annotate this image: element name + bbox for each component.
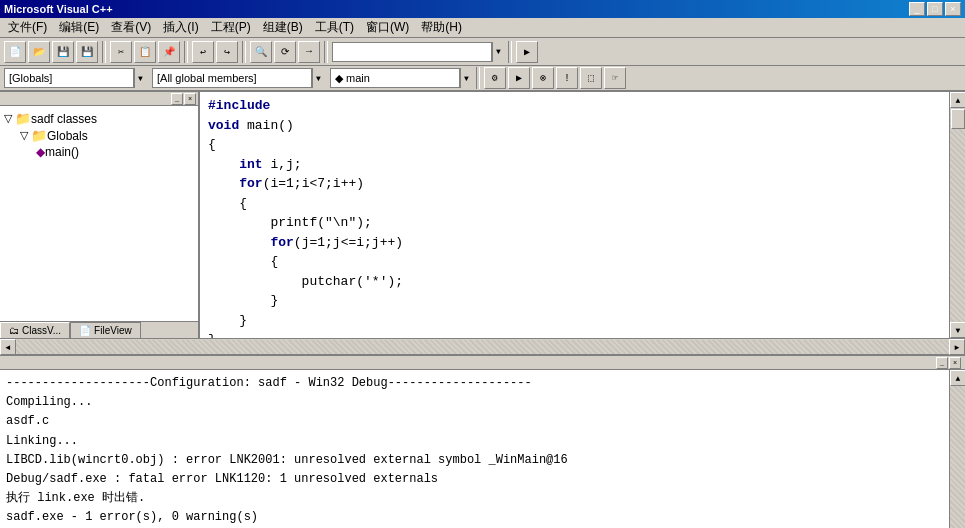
output-line: 执行 link.exe 时出错.	[6, 489, 943, 508]
output-vscrollbar[interactable]: ▲ ▼	[949, 370, 965, 528]
code-hscrollbar[interactable]: ◄ ►	[0, 338, 965, 354]
output-panel: _ × --------------------Configuration: s…	[0, 354, 965, 528]
tree-root[interactable]: ▽ 📁 sadf classes	[4, 110, 194, 127]
scroll-down-btn[interactable]: ▼	[950, 322, 965, 338]
output-title-bar: _ ×	[0, 356, 965, 370]
menu-window[interactable]: 窗口(W)	[360, 18, 415, 37]
output-minimize[interactable]: _	[936, 357, 948, 369]
out-scroll-track[interactable]	[950, 386, 965, 528]
replace-btn[interactable]: ⟳	[274, 41, 296, 63]
output-close-btn: _ ×	[936, 357, 961, 369]
build-dropdown-arrow[interactable]: ▼	[492, 42, 504, 62]
sep5	[508, 41, 512, 63]
minimize-button[interactable]: _	[909, 2, 925, 16]
menu-project[interactable]: 工程(P)	[205, 18, 257, 37]
panel-close[interactable]: ×	[184, 93, 196, 105]
save-btn[interactable]: 💾	[52, 41, 74, 63]
output-row: --------------------Configuration: sadf …	[0, 370, 965, 528]
output-line: --------------------Configuration: sadf …	[6, 374, 943, 393]
menu-view[interactable]: 查看(V)	[105, 18, 157, 37]
scroll-up-btn[interactable]: ▲	[950, 92, 965, 108]
output-line: LIBCD.lib(wincrt0.obj) : error LNK2001: …	[6, 451, 943, 470]
class-tree[interactable]: ▽ 📁 sadf classes ▽ 📁 Globals ◆ main()	[0, 106, 198, 321]
fileview-icon: 📄	[79, 325, 91, 336]
members-text: [All global members]	[157, 72, 257, 84]
panel-tabs: 🗂 ClassV... 📄 FileView	[0, 321, 198, 338]
panel-title-bar: _ ×	[0, 92, 198, 106]
h-scroll-track[interactable]	[16, 340, 949, 354]
menu-insert[interactable]: 插入(I)	[157, 18, 204, 37]
globals-dropdown[interactable]: [Globals]	[4, 68, 134, 88]
debug-btn3[interactable]: ⊗	[532, 67, 554, 89]
undo-btn[interactable]: ↩	[192, 41, 214, 63]
paste-btn[interactable]: 📌	[158, 41, 180, 63]
expand-icon: ▽	[4, 112, 12, 125]
menu-file[interactable]: 文件(F)	[2, 18, 53, 37]
cut-btn[interactable]: ✂	[110, 41, 132, 63]
debug-btn4[interactable]: !	[556, 67, 578, 89]
output-line: sadf.exe - 1 error(s), 0 warning(s)	[6, 508, 943, 527]
code-editor[interactable]: #include void main() { int i,j; for(i=1;…	[200, 92, 949, 338]
code-editor-wrapper: #include void main() { int i,j; for(i=1;…	[200, 92, 965, 338]
members-dropdown[interactable]: [All global members]	[152, 68, 312, 88]
close-button[interactable]: ×	[945, 2, 961, 16]
expand-icon-2: ▽	[20, 129, 28, 142]
tab-fileview[interactable]: 📄 FileView	[70, 322, 141, 338]
sep3	[242, 41, 246, 63]
scroll-track[interactable]	[950, 108, 965, 322]
scroll-left-btn[interactable]: ◄	[0, 339, 16, 355]
main-dropdown-arrow[interactable]: ▼	[460, 68, 472, 88]
debug-btn5[interactable]: ⬚	[580, 67, 602, 89]
title-bar-controls: _ □ ×	[909, 2, 961, 16]
title-bar: Microsoft Visual C++ _ □ ×	[0, 0, 965, 18]
tree-main-label: main()	[45, 145, 79, 159]
classview-label: ClassV...	[22, 325, 61, 336]
tree-globals-label: Globals	[47, 129, 88, 143]
tree-main[interactable]: ◆ main()	[4, 144, 194, 160]
copy-btn[interactable]: 📋	[134, 41, 156, 63]
output-line: Linking...	[6, 432, 943, 451]
save-all-btn[interactable]: 💾	[76, 41, 98, 63]
debug-btn1[interactable]: ⚙	[484, 67, 506, 89]
globals-folder-icon: 📁	[31, 128, 47, 143]
out-scroll-up[interactable]: ▲	[950, 370, 965, 386]
build-dropdown[interactable]	[332, 42, 492, 62]
main-icon: ◆	[36, 145, 45, 159]
debug-btn6[interactable]: ☞	[604, 67, 626, 89]
fileview-label: FileView	[94, 325, 132, 336]
code-vscrollbar[interactable]: ▲ ▼	[949, 92, 965, 338]
main-area: _ × ▽ 📁 sadf classes ▽ 📁 Globals ◆ main(…	[0, 92, 965, 338]
scroll-right-btn[interactable]: ►	[949, 339, 965, 355]
menu-edit[interactable]: 编辑(E)	[53, 18, 105, 37]
open-btn[interactable]: 📂	[28, 41, 50, 63]
menu-help[interactable]: 帮助(H)	[415, 18, 468, 37]
globals-dropdown-arrow[interactable]: ▼	[134, 68, 146, 88]
run-btn[interactable]: ▶	[516, 41, 538, 63]
sep6	[476, 67, 480, 89]
panel-title-btns: _ ×	[171, 93, 196, 105]
indent-btn[interactable]: →	[298, 41, 320, 63]
sep1	[102, 41, 106, 63]
output-line: asdf.c	[6, 412, 943, 431]
panel-minimize[interactable]: _	[171, 93, 183, 105]
members-dropdown-arrow[interactable]: ▼	[312, 68, 324, 88]
scroll-thumb[interactable]	[951, 109, 965, 129]
menu-build[interactable]: 组建(B)	[257, 18, 309, 37]
classview-icon: 🗂	[9, 325, 19, 336]
find-btn[interactable]: 🔍	[250, 41, 272, 63]
toolbar-1: 📄 📂 💾 💾 ✂ 📋 📌 ↩ ↪ 🔍 ⟳ → ▼ ▶	[0, 38, 965, 66]
output-close[interactable]: ×	[949, 357, 961, 369]
globals-text: [Globals]	[9, 72, 52, 84]
debug-btn2[interactable]: ▶	[508, 67, 530, 89]
main-dropdown[interactable]: ◆ main	[330, 68, 460, 88]
menu-tools[interactable]: 工具(T)	[309, 18, 360, 37]
output-line: Compiling...	[6, 393, 943, 412]
tree-globals[interactable]: ▽ 📁 Globals	[4, 127, 194, 144]
new-btn[interactable]: 📄	[4, 41, 26, 63]
maximize-button[interactable]: □	[927, 2, 943, 16]
sep2	[184, 41, 188, 63]
title-bar-text: Microsoft Visual C++	[4, 3, 113, 15]
output-content[interactable]: --------------------Configuration: sadf …	[0, 370, 949, 528]
redo-btn[interactable]: ↪	[216, 41, 238, 63]
tab-classview[interactable]: 🗂 ClassV...	[0, 322, 70, 338]
